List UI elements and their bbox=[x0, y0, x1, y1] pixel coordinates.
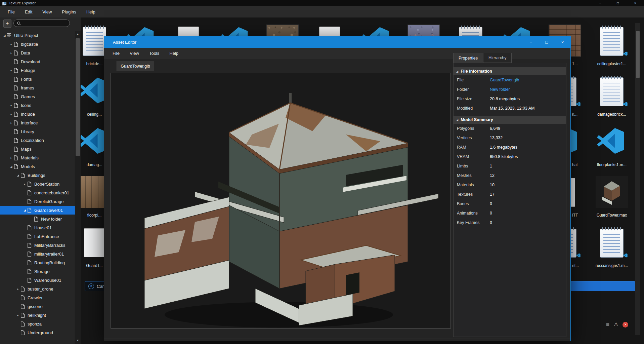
tree-item-crawler[interactable]: Crawler bbox=[0, 293, 75, 302]
menu-view[interactable]: View bbox=[37, 6, 57, 17]
tree-item-labentrance[interactable]: LabEntrance bbox=[0, 232, 75, 241]
content-scrollbar[interactable] bbox=[635, 23, 640, 335]
tree-item-storage[interactable]: Storage bbox=[0, 267, 75, 276]
tree-item-icons[interactable]: ▸Icons bbox=[0, 101, 75, 110]
error-icon[interactable]: × bbox=[622, 322, 628, 328]
menu-view[interactable]: View bbox=[125, 48, 144, 59]
modal-close-button[interactable]: × bbox=[555, 37, 570, 48]
app-titlebar: Texture Explorer − □ × bbox=[0, 0, 644, 6]
tree-item-buster-drone[interactable]: ▸buster_drone bbox=[0, 284, 75, 293]
collapse-icon[interactable]: ◢ bbox=[22, 209, 27, 212]
maximize-button[interactable]: □ bbox=[609, 0, 627, 6]
property-value-link[interactable]: GuardTower.glb bbox=[490, 78, 519, 82]
expand-icon[interactable]: ▸ bbox=[22, 183, 27, 186]
collapse-icon[interactable]: ◢ bbox=[15, 174, 20, 177]
scroll-up-icon[interactable]: ▲ bbox=[75, 32, 81, 37]
expand-icon[interactable]: ▸ bbox=[15, 314, 20, 317]
menu-plugins[interactable]: Plugins bbox=[57, 6, 81, 17]
menu-edit[interactable]: Edit bbox=[20, 6, 37, 17]
section-model-summary[interactable]: ◢ Model Summary bbox=[454, 116, 566, 124]
expand-icon[interactable]: ▸ bbox=[9, 104, 14, 107]
scroll-down-icon[interactable]: ▼ bbox=[75, 338, 81, 343]
tree-item-label: Maps bbox=[21, 147, 32, 152]
sidebar-scrollbar[interactable]: ▲ ▼ bbox=[75, 31, 81, 344]
document-tab[interactable]: GuardTower.glb bbox=[117, 61, 154, 71]
tree-item-guardtower01[interactable]: ◢GuardTower01 bbox=[0, 206, 75, 215]
menu-help[interactable]: Help bbox=[81, 6, 100, 17]
tree-item-buildings[interactable]: ◢Buildings bbox=[0, 171, 75, 180]
content-scrollbar-thumb[interactable] bbox=[636, 31, 640, 78]
tree-item-derelictgarage[interactable]: DerelictGarage bbox=[0, 197, 75, 206]
tree-item-localization[interactable]: Localization bbox=[0, 136, 75, 145]
property-value-link[interactable]: New folder bbox=[490, 87, 510, 92]
tree-item-download[interactable]: Download bbox=[0, 57, 75, 66]
expand-icon[interactable]: ▸ bbox=[9, 121, 14, 124]
modal-minimize-button[interactable]: − bbox=[523, 37, 539, 48]
file-item-guardtower-max[interactable]: GuardTower.max bbox=[592, 176, 631, 222]
tree-item-models[interactable]: ◢Models bbox=[0, 162, 75, 171]
sidebar-scrollbar-thumb[interactable] bbox=[76, 38, 80, 156]
file-item-ceilingplaster1[interactable]: ceilingplaster1... bbox=[592, 25, 631, 70]
file-item-floorplanks1-m[interactable]: floorplanks1.m... bbox=[592, 125, 631, 171]
list-icon[interactable]: ≡ bbox=[606, 321, 609, 328]
property-label: VRAM bbox=[454, 154, 490, 159]
model-viewport[interactable] bbox=[111, 73, 451, 329]
minimize-button[interactable]: − bbox=[592, 0, 609, 6]
tree-item-boberstation[interactable]: ▸BoberStation bbox=[0, 180, 75, 188]
modal-maximize-button[interactable]: □ bbox=[539, 37, 555, 48]
menu-file[interactable]: File bbox=[3, 6, 20, 17]
warning-icon[interactable]: ⚠ bbox=[614, 321, 618, 328]
tab-properties[interactable]: Properties bbox=[453, 53, 483, 63]
file-item-russiansigns1-m[interactable]: russiansigns1.m... bbox=[592, 226, 631, 272]
expand-icon[interactable]: ▸ bbox=[15, 288, 20, 291]
tree-item-hellknight[interactable]: ▸hellknight bbox=[0, 311, 75, 319]
tab-hierarchy[interactable]: Hierarchy bbox=[483, 53, 512, 63]
expand-icon[interactable]: ▸ bbox=[9, 69, 14, 72]
expand-icon[interactable]: ▸ bbox=[9, 113, 14, 116]
property-label: Vertices bbox=[454, 136, 490, 140]
menu-tools[interactable]: Tools bbox=[144, 48, 164, 59]
tree-item-militarybarracks[interactable]: MilitaryBarracks bbox=[0, 241, 75, 250]
tree-item-warehouse01[interactable]: Warehouse01 bbox=[0, 276, 75, 284]
search-input[interactable] bbox=[23, 21, 67, 26]
tree-item-interface[interactable]: ▸Interface bbox=[0, 118, 75, 127]
collapse-icon[interactable]: ◢ bbox=[2, 34, 7, 37]
folder-tree: ◢Ultra Project▸bigcastle▸DataDownload▸Fo… bbox=[0, 31, 75, 344]
tree-item-giscene[interactable]: giscene bbox=[0, 302, 75, 311]
status-icons: ≡ ⚠ × bbox=[606, 321, 628, 328]
tree-item-house01[interactable]: House01 bbox=[0, 223, 75, 232]
file-item-label: 1... bbox=[572, 62, 588, 66]
expand-icon[interactable]: ▸ bbox=[9, 156, 14, 159]
tree-item-games[interactable]: Games bbox=[0, 92, 75, 101]
tree-item-frames[interactable]: frames bbox=[0, 83, 75, 92]
tree-item-maps[interactable]: Maps bbox=[0, 145, 75, 153]
tree-item-routingbuilding[interactable]: RoutingBuilding bbox=[0, 258, 75, 267]
tree-item-new-folder[interactable]: New folder bbox=[0, 215, 75, 223]
tree-item-militarytrailer01[interactable]: militarytrailer01 bbox=[0, 250, 75, 258]
tree-item-include[interactable]: ▸Include bbox=[0, 110, 75, 118]
file-item-damagedbrick[interactable]: damagedbrick... bbox=[592, 75, 631, 121]
tree-item-label: concretebunker01 bbox=[34, 190, 69, 195]
collapse-icon[interactable]: ◢ bbox=[9, 165, 14, 168]
expand-icon[interactable]: ▸ bbox=[9, 43, 14, 46]
tree-item-library[interactable]: Library bbox=[0, 127, 75, 136]
tree-item-label: giscene bbox=[28, 304, 43, 309]
expand-icon[interactable]: ▸ bbox=[9, 51, 14, 54]
tree-item-sponza[interactable]: sponza bbox=[0, 319, 75, 328]
tree-item-fonts[interactable]: Fonts bbox=[0, 75, 75, 83]
tree-item-underground[interactable]: Underground bbox=[0, 328, 75, 337]
search-box[interactable] bbox=[13, 20, 70, 27]
add-button[interactable]: + bbox=[3, 20, 11, 28]
menu-help[interactable]: Help bbox=[164, 48, 183, 59]
section-file-information[interactable]: ◢ File Information bbox=[454, 67, 566, 75]
tree-item-ultra-project[interactable]: ◢Ultra Project bbox=[0, 31, 75, 40]
tree-item-data[interactable]: ▸Data bbox=[0, 48, 75, 57]
tree-item-foliage[interactable]: ▸Foliage bbox=[0, 66, 75, 75]
tree-item-materials[interactable]: ▸Materials bbox=[0, 153, 75, 162]
property-label: Limbs bbox=[454, 164, 490, 168]
tree-item-concretebunker01[interactable]: concretebunker01 bbox=[0, 188, 75, 197]
asset-editor-titlebar[interactable]: Asset Editor − □ × bbox=[104, 37, 570, 48]
menu-file[interactable]: File bbox=[108, 48, 125, 59]
close-button[interactable]: × bbox=[627, 0, 644, 6]
tree-item-bigcastle[interactable]: ▸bigcastle bbox=[0, 40, 75, 48]
